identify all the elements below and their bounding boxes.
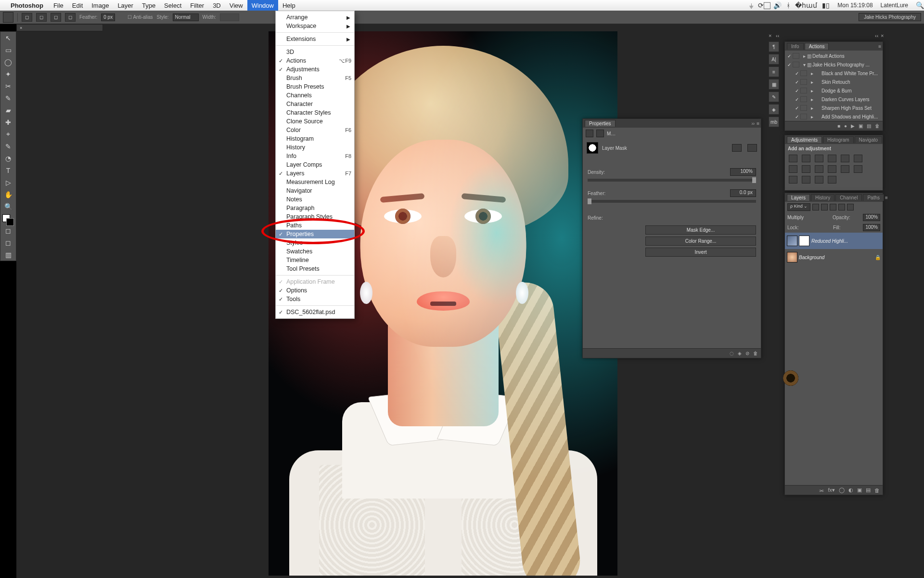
screen-mode-icon[interactable]: ◻ [0,224,16,236]
action-row[interactable]: ✓▸Dodge & Burn [785,86,883,95]
layer-name[interactable]: Background [799,255,875,260]
mask-btn2[interactable] [747,144,757,152]
menu-item-brush-presets[interactable]: Brush Presets [276,82,354,91]
mask-btn1[interactable] [732,144,742,152]
adj-icon[interactable] [802,176,810,184]
character-icon[interactable]: ¶ [769,41,779,52]
user-name[interactable]: LatentLure [881,2,908,9]
close-icon[interactable]: × [881,33,884,39]
action-row[interactable]: ✓▸Black and White Tone Pr... [785,69,883,78]
new-layer-icon[interactable]: ▤ [866,487,871,493]
tool-button[interactable]: T [0,164,16,176]
properties-tab[interactable]: Properties [585,120,616,127]
menu-item-info[interactable]: InfoF8 [276,152,354,160]
menu-item-measurement-log[interactable]: Measurement Log [276,178,354,186]
fill-value[interactable]: 100% [863,224,880,231]
close-icon[interactable]: × [769,33,771,39]
apply-mask-icon[interactable]: ◈ [738,351,742,356]
tool-button[interactable]: ✎ [0,140,16,152]
adj-icon[interactable] [841,155,849,162]
adj-icon[interactable] [828,176,836,184]
menu-item-channels[interactable]: Channels [276,91,354,100]
menu-item-paragraph[interactable]: Paragraph [276,204,354,212]
menu-item-layers[interactable]: ✓LayersF7 [276,169,354,178]
layer-row[interactable]: 👁Background🔒 [785,249,883,265]
antialias-checkbox[interactable]: ☐ Anti-alias [128,14,153,20]
tool-button[interactable]: ▭ [0,44,16,56]
layers-tab[interactable]: Layers [787,194,810,201]
menu-item-3d[interactable]: 3D [276,48,354,56]
styles-icon[interactable]: ≡ [769,66,779,77]
mask-mode2-icon[interactable] [596,130,604,137]
feather-slider[interactable] [588,200,756,203]
adj-icon[interactable] [789,176,797,184]
menu-type[interactable]: Type [138,0,160,11]
stop-icon[interactable]: ■ [837,123,840,129]
menu-item-color[interactable]: ColorF6 [276,126,354,134]
link-icon[interactable]: ⫘ [819,487,824,493]
action-row[interactable]: ✓▸Skin Retouch [785,78,883,86]
adj-icon[interactable] [789,165,797,173]
layer-name[interactable]: Reduced Highli... [811,238,881,244]
group-icon[interactable]: ▣ [857,487,862,493]
action-row[interactable]: ✓▸Add Shadows and Highli... [785,112,883,121]
action-row[interactable]: ✓▸Darken Curves Layers [785,95,883,104]
adj-icon[interactable] [815,176,823,184]
adj-icon[interactable] [854,165,862,173]
menu-item-timeline[interactable]: Timeline [276,256,354,264]
history-tab[interactable]: History [811,194,834,201]
menu-view[interactable]: View [225,0,247,11]
tool-button[interactable]: ⌖ [0,128,16,140]
color-range-button[interactable]: Color Range... [645,236,756,246]
menu-item-actions[interactable]: ✓Actions⌥F9 [276,56,354,65]
selection-mode-add[interactable]: ◻ [36,13,47,22]
play-icon[interactable]: ▶ [851,123,855,129]
menu-item-histogram[interactable]: Histogram [276,134,354,143]
tool-button[interactable]: ◯ [0,56,16,68]
info-tab[interactable]: Info [787,43,804,50]
mask-edge-button[interactable]: Mask Edge... [645,225,756,235]
adj-icon[interactable] [802,165,810,173]
disable-mask-icon[interactable]: ⊘ [745,351,749,356]
menu-layer[interactable]: Layer [113,0,138,11]
adj-icon[interactable] [802,155,810,162]
selection-mode-int[interactable]: ◻ [65,13,76,22]
menu-item-tools[interactable]: ✓Tools [276,295,354,303]
delete-mask-icon[interactable]: 🗑 [753,351,758,356]
paths-tab[interactable]: Paths [863,194,884,201]
invert-button[interactable]: Invert [645,248,756,257]
tool-button[interactable]: ✦ [0,68,16,80]
menu-item-history[interactable]: History [276,143,354,152]
tool-button[interactable]: ✎ [0,92,16,104]
screen-mode-icon[interactable]: ◻ [0,236,16,249]
tool-button[interactable]: ✋ [0,188,16,200]
adj-icon[interactable] [789,155,797,162]
mask-icon[interactable]: ◯ [839,487,845,493]
adj-icon[interactable] [854,155,862,162]
menu-item-navigator[interactable]: Navigator [276,186,354,195]
mb-icon[interactable]: mb [769,117,779,127]
action-row[interactable]: ✓▸▥Default Actions [785,52,883,60]
menu-item-character-styles[interactable]: Character Styles [276,108,354,117]
clock[interactable]: Mon 15:19:08 [837,2,873,9]
selection-mode-new[interactable]: ◻ [22,13,32,22]
menu-filter[interactable]: Filter [186,0,208,11]
opacity-value[interactable]: 100% [863,214,880,221]
paragraph-icon[interactable]: A| [769,54,779,65]
mask-mode-icon[interactable] [586,130,593,137]
window-menu-dropdown[interactable]: Arrange▶Workspace▶Extensions▶3D✓Actions⌥… [275,11,355,319]
menu-item-dsc-5602flat-psd[interactable]: ✓DSC_5602flat.psd [276,308,354,316]
menu-item-notes[interactable]: Notes [276,195,354,204]
trash-icon[interactable]: 🗑 [875,123,880,129]
tool-button[interactable]: ▰ [0,104,16,116]
menu-edit[interactable]: Edit [68,0,87,11]
menu-item-tool-presets[interactable]: Tool Presets [276,264,354,273]
selection-mode-sub[interactable]: ◻ [51,13,61,22]
filter-shape-icon[interactable] [838,204,845,210]
filter-type-icon[interactable] [830,204,836,210]
collapse-icon[interactable]: ‹‹ [875,33,878,39]
tool-button[interactable]: 🔍 [0,200,16,212]
menu-item-workspace[interactable]: Workspace▶ [276,22,354,30]
menu-item-options[interactable]: ✓Options [276,286,354,295]
fx-icon[interactable]: fx▾ [828,487,835,493]
